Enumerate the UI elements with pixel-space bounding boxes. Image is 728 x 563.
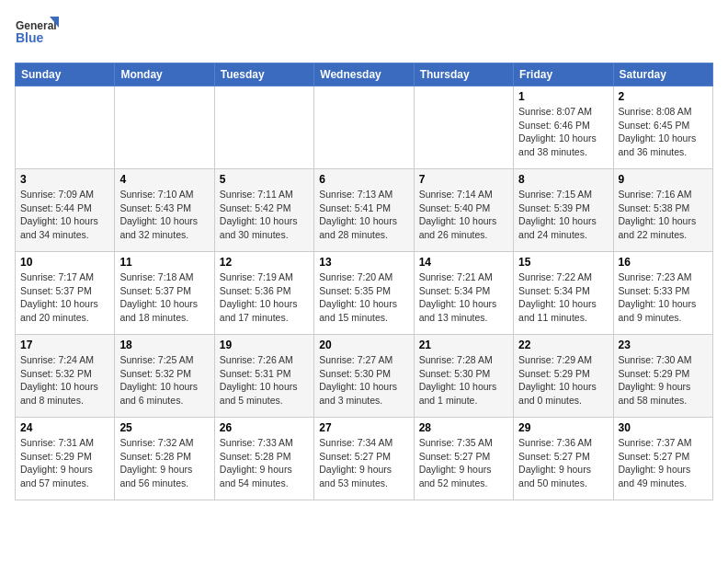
- calendar-cell: 24Sunrise: 7:31 AM Sunset: 5:29 PM Dayli…: [16, 418, 115, 500]
- day-info: Sunrise: 7:15 AM Sunset: 5:39 PM Dayligh…: [518, 188, 608, 242]
- calendar-cell: [16, 86, 115, 169]
- calendar-cell: 8Sunrise: 7:15 AM Sunset: 5:39 PM Daylig…: [514, 169, 613, 252]
- day-info: Sunrise: 7:17 AM Sunset: 5:37 PM Dayligh…: [20, 270, 109, 325]
- day-number: 13: [319, 256, 408, 269]
- day-number: 14: [419, 256, 508, 269]
- calendar-cell: 29Sunrise: 7:36 AM Sunset: 5:27 PM Dayli…: [514, 418, 613, 500]
- weekday-header-row: SundayMondayTuesdayWednesdayThursdayFrid…: [16, 63, 713, 86]
- day-info: Sunrise: 7:37 AM Sunset: 5:27 PM Dayligh…: [619, 436, 708, 490]
- calendar-cell: 21Sunrise: 7:28 AM Sunset: 5:30 PM Dayli…: [414, 335, 513, 418]
- day-info: Sunrise: 7:35 AM Sunset: 5:27 PM Dayligh…: [419, 436, 508, 490]
- day-info: Sunrise: 7:24 AM Sunset: 5:32 PM Dayligh…: [20, 353, 109, 408]
- calendar-cell: 25Sunrise: 7:32 AM Sunset: 5:28 PM Dayli…: [115, 418, 214, 500]
- weekday-header-wednesday: Wednesday: [314, 63, 414, 86]
- day-info: Sunrise: 7:16 AM Sunset: 5:38 PM Dayligh…: [619, 188, 708, 242]
- day-info: Sunrise: 7:22 AM Sunset: 5:34 PM Dayligh…: [518, 270, 608, 325]
- day-number: 23: [619, 339, 708, 351]
- calendar-cell: 30Sunrise: 7:37 AM Sunset: 5:27 PM Dayli…: [613, 418, 712, 500]
- day-number: 15: [518, 256, 608, 269]
- day-info: Sunrise: 7:27 AM Sunset: 5:30 PM Dayligh…: [319, 353, 408, 408]
- day-info: Sunrise: 7:29 AM Sunset: 5:29 PM Dayligh…: [518, 353, 608, 408]
- day-info: Sunrise: 7:09 AM Sunset: 5:44 PM Dayligh…: [20, 188, 109, 242]
- day-info: Sunrise: 7:10 AM Sunset: 5:43 PM Dayligh…: [119, 188, 209, 242]
- header: General Blue: [15, 15, 713, 53]
- day-number: 3: [20, 173, 109, 186]
- calendar-cell: 10Sunrise: 7:17 AM Sunset: 5:37 PM Dayli…: [16, 252, 115, 335]
- calendar-cell: 7Sunrise: 7:14 AM Sunset: 5:40 PM Daylig…: [414, 169, 513, 252]
- day-number: 7: [419, 173, 508, 186]
- day-number: 27: [319, 421, 408, 434]
- day-info: Sunrise: 7:20 AM Sunset: 5:35 PM Dayligh…: [319, 270, 408, 325]
- weekday-header-monday: Monday: [115, 63, 214, 86]
- calendar-cell: 11Sunrise: 7:18 AM Sunset: 5:37 PM Dayli…: [115, 252, 214, 335]
- calendar-cell: [214, 86, 313, 169]
- weekday-header-sunday: Sunday: [16, 63, 115, 86]
- day-info: Sunrise: 7:21 AM Sunset: 5:34 PM Dayligh…: [419, 270, 508, 325]
- day-info: Sunrise: 7:33 AM Sunset: 5:28 PM Dayligh…: [220, 436, 309, 490]
- calendar-cell: 20Sunrise: 7:27 AM Sunset: 5:30 PM Dayli…: [314, 335, 414, 418]
- week-row-5: 24Sunrise: 7:31 AM Sunset: 5:29 PM Dayli…: [16, 418, 713, 500]
- calendar-cell: 23Sunrise: 7:30 AM Sunset: 5:29 PM Dayli…: [613, 335, 712, 418]
- calendar-cell: 9Sunrise: 7:16 AM Sunset: 5:38 PM Daylig…: [613, 169, 712, 252]
- weekday-header-friday: Friday: [514, 63, 613, 86]
- week-row-3: 10Sunrise: 7:17 AM Sunset: 5:37 PM Dayli…: [16, 252, 713, 335]
- day-number: 6: [319, 173, 408, 186]
- day-info: Sunrise: 8:08 AM Sunset: 6:45 PM Dayligh…: [619, 105, 708, 159]
- day-number: 26: [220, 421, 309, 434]
- calendar-cell: 14Sunrise: 7:21 AM Sunset: 5:34 PM Dayli…: [414, 252, 513, 335]
- day-info: Sunrise: 7:34 AM Sunset: 5:27 PM Dayligh…: [319, 436, 408, 490]
- day-info: Sunrise: 7:25 AM Sunset: 5:32 PM Dayligh…: [119, 353, 209, 408]
- day-info: Sunrise: 7:23 AM Sunset: 5:33 PM Dayligh…: [619, 270, 708, 325]
- calendar-cell: 2Sunrise: 8:08 AM Sunset: 6:45 PM Daylig…: [613, 86, 712, 169]
- calendar-cell: 22Sunrise: 7:29 AM Sunset: 5:29 PM Dayli…: [514, 335, 613, 418]
- day-number: 19: [220, 339, 309, 351]
- day-number: 4: [119, 173, 209, 186]
- day-number: 29: [518, 421, 608, 434]
- day-number: 24: [20, 421, 109, 434]
- day-info: Sunrise: 7:31 AM Sunset: 5:29 PM Dayligh…: [20, 436, 109, 490]
- day-info: Sunrise: 7:11 AM Sunset: 5:42 PM Dayligh…: [220, 188, 309, 242]
- day-number: 9: [619, 173, 708, 186]
- day-number: 5: [220, 173, 309, 186]
- day-number: 21: [419, 339, 508, 351]
- calendar-cell: 17Sunrise: 7:24 AM Sunset: 5:32 PM Dayli…: [16, 335, 115, 418]
- calendar-cell: 26Sunrise: 7:33 AM Sunset: 5:28 PM Dayli…: [214, 418, 313, 500]
- day-info: Sunrise: 7:32 AM Sunset: 5:28 PM Dayligh…: [119, 436, 209, 490]
- day-info: Sunrise: 7:19 AM Sunset: 5:36 PM Dayligh…: [220, 270, 309, 325]
- day-number: 30: [619, 421, 708, 434]
- calendar-cell: [314, 86, 414, 169]
- calendar-cell: 27Sunrise: 7:34 AM Sunset: 5:27 PM Dayli…: [314, 418, 414, 500]
- day-number: 17: [20, 339, 109, 351]
- day-number: 28: [419, 421, 508, 434]
- day-info: Sunrise: 7:26 AM Sunset: 5:31 PM Dayligh…: [220, 353, 309, 408]
- calendar-cell: [115, 86, 214, 169]
- day-number: 22: [518, 339, 608, 351]
- day-number: 12: [220, 256, 309, 269]
- calendar-cell: 6Sunrise: 7:13 AM Sunset: 5:41 PM Daylig…: [314, 169, 414, 252]
- day-info: Sunrise: 7:14 AM Sunset: 5:40 PM Dayligh…: [419, 188, 508, 242]
- day-info: Sunrise: 7:30 AM Sunset: 5:29 PM Dayligh…: [619, 353, 708, 408]
- week-row-1: 1Sunrise: 8:07 AM Sunset: 6:46 PM Daylig…: [16, 86, 713, 169]
- calendar-cell: 5Sunrise: 7:11 AM Sunset: 5:42 PM Daylig…: [214, 169, 313, 252]
- calendar-cell: 1Sunrise: 8:07 AM Sunset: 6:46 PM Daylig…: [514, 86, 613, 169]
- calendar-cell: 4Sunrise: 7:10 AM Sunset: 5:43 PM Daylig…: [115, 169, 214, 252]
- calendar-cell: 12Sunrise: 7:19 AM Sunset: 5:36 PM Dayli…: [214, 252, 313, 335]
- calendar-cell: [414, 86, 513, 169]
- day-number: 16: [619, 256, 708, 269]
- day-info: Sunrise: 7:28 AM Sunset: 5:30 PM Dayligh…: [419, 353, 508, 408]
- calendar-cell: 28Sunrise: 7:35 AM Sunset: 5:27 PM Dayli…: [414, 418, 513, 500]
- calendar-cell: 3Sunrise: 7:09 AM Sunset: 5:44 PM Daylig…: [16, 169, 115, 252]
- day-number: 2: [619, 90, 708, 103]
- calendar-cell: 19Sunrise: 7:26 AM Sunset: 5:31 PM Dayli…: [214, 335, 313, 418]
- logo-svg: General Blue: [15, 15, 61, 53]
- day-info: Sunrise: 7:36 AM Sunset: 5:27 PM Dayligh…: [518, 436, 608, 490]
- day-number: 20: [319, 339, 408, 351]
- day-number: 25: [119, 421, 209, 434]
- day-number: 8: [518, 173, 608, 186]
- day-number: 11: [119, 256, 209, 269]
- calendar-table: SundayMondayTuesdayWednesdayThursdayFrid…: [15, 63, 713, 500]
- calendar-cell: 13Sunrise: 7:20 AM Sunset: 5:35 PM Dayli…: [314, 252, 414, 335]
- day-number: 1: [518, 90, 608, 103]
- day-number: 18: [119, 339, 209, 351]
- calendar-cell: 15Sunrise: 7:22 AM Sunset: 5:34 PM Dayli…: [514, 252, 613, 335]
